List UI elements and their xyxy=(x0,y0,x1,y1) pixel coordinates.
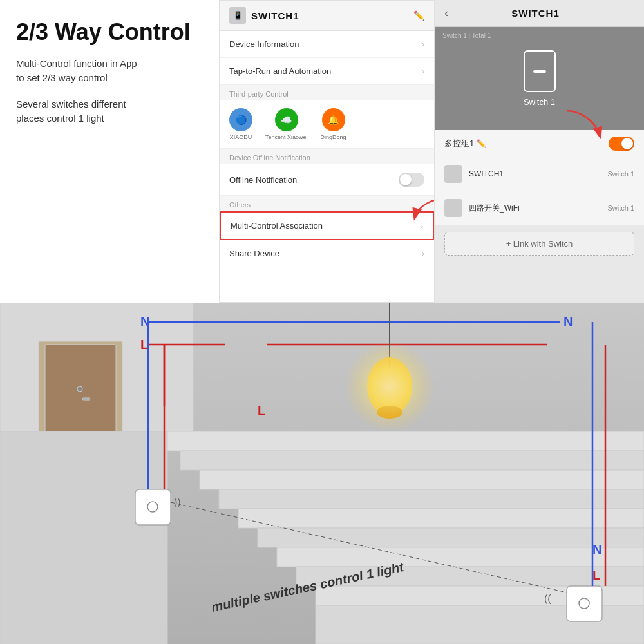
svg-text:L: L xyxy=(592,568,600,582)
device2-switch: Switch 1 xyxy=(607,204,634,212)
tencent-icon: ☁️ xyxy=(275,108,298,131)
svg-text:L: L xyxy=(140,337,148,352)
middle-device-name: SWITCH1 xyxy=(251,10,299,21)
device2-name: 四路开关_WiFi xyxy=(469,203,520,214)
left-panel: 2/3 Way Control Multi-Control function i… xyxy=(0,0,219,303)
right-list-item-2[interactable]: 四路开关_WiFi Switch 1 xyxy=(435,191,644,225)
main-title: 2/3 Way Control xyxy=(16,19,203,45)
edit-icon[interactable]: ✏️ xyxy=(413,10,424,21)
right-device-name: SWITCH1 xyxy=(511,8,560,19)
device-preview: Switch 1 | Total 1 Switch 1 xyxy=(435,27,644,130)
svg-text:((: (( xyxy=(544,593,551,604)
red-arrow-indicator xyxy=(408,192,435,231)
phone-header: 📱 SWITCH1 ✏️ xyxy=(220,1,434,31)
small-subtitle: Switch 1 | Total 1 xyxy=(442,32,491,39)
svg-text:N: N xyxy=(564,314,573,328)
right-list-left-1: SWITCH1 xyxy=(444,165,504,183)
menu-item-tap-run-label: Tap-to-Run and Automation xyxy=(229,66,331,76)
third-party-xiaodu[interactable]: 🔵 XIAODU xyxy=(229,108,252,140)
svg-rect-7 xyxy=(180,451,644,470)
right-list-left-2: 四路开关_WiFi xyxy=(444,199,520,217)
menu-list: Device Information › Tap-to-Run and Auto… xyxy=(220,31,434,302)
device-thumb-1 xyxy=(444,165,462,183)
svg-text:L: L xyxy=(258,404,265,418)
svg-rect-4 xyxy=(77,386,82,392)
svg-rect-5 xyxy=(82,398,90,400)
menu-item-tap-run[interactable]: Tap-to-Run and Automation › xyxy=(220,58,434,85)
svg-rect-9 xyxy=(219,489,644,509)
subtitle1: Multi-Control function in Appto set 2/3 … xyxy=(16,57,203,86)
share-device-label: Share Device xyxy=(229,249,279,258)
offline-toggle[interactable] xyxy=(399,173,424,187)
red-arrow-toggle xyxy=(560,108,605,143)
offline-toggle-label: Offline Notification xyxy=(229,175,297,185)
third-party-dingdong[interactable]: 🔔 DingDong xyxy=(321,108,346,140)
right-header: ‹ SWITCH1 xyxy=(435,0,644,27)
device-thumb-2 xyxy=(444,199,462,217)
svg-rect-27 xyxy=(135,489,171,525)
multi-control-label: Multi-Control Association xyxy=(231,221,323,231)
device1-switch: Switch 1 xyxy=(607,170,634,178)
subtitle2: Several switches differentplaces control… xyxy=(16,97,203,126)
third-party-tencent[interactable]: ☁️ Tencent Xiaowei xyxy=(265,108,308,140)
multi-control-item[interactable]: Multi-Control Association › xyxy=(220,211,434,240)
svg-rect-12 xyxy=(277,547,644,567)
staircase-diagram: N N L L )) N L xyxy=(0,303,644,644)
arrow-icon-2: › xyxy=(422,67,424,76)
arrow-icon-4: › xyxy=(422,249,424,258)
right-panel: ‹ SWITCH1 Switch 1 | Total 1 Switch 1 多控… xyxy=(435,0,644,303)
dingdong-icon: 🔔 xyxy=(322,108,345,131)
xiaodu-icon: 🔵 xyxy=(229,108,252,131)
svg-point-35 xyxy=(345,341,435,431)
tencent-label: Tencent Xiaowei xyxy=(265,134,308,140)
multi-control-group-label: 多控组1 xyxy=(444,138,474,149)
device1-name: SWITCH1 xyxy=(469,169,504,178)
svg-rect-8 xyxy=(200,470,644,489)
menu-item-device-info-label: Device Information xyxy=(229,39,299,49)
multi-control-section: 多控组1 ✏️ xyxy=(435,130,644,157)
switch-label: Switch 1 xyxy=(524,97,555,107)
dingdong-label: DingDong xyxy=(321,134,346,140)
svg-rect-11 xyxy=(258,528,644,547)
xiaodu-label: XIAODU xyxy=(230,134,252,140)
offline-toggle-row: Offline Notification xyxy=(220,164,434,196)
third-party-header: Third-party Control xyxy=(220,85,434,100)
others-header: Others xyxy=(220,196,434,211)
link-button-label: + Link with Switch xyxy=(506,239,573,249)
bottom-section: N N L L )) N L xyxy=(0,303,644,644)
svg-rect-38 xyxy=(567,586,602,621)
multi-control-toggle[interactable] xyxy=(609,137,634,151)
right-list-item-1[interactable]: SWITCH1 Switch 1 xyxy=(435,157,644,191)
offline-header: Device Offline Notification xyxy=(220,149,434,164)
multi-control-edit-icon[interactable]: ✏️ xyxy=(477,139,486,148)
menu-item-device-info[interactable]: Device Information › xyxy=(220,31,434,58)
share-device-item[interactable]: Share Device › xyxy=(220,240,434,267)
arrow-icon-1: › xyxy=(422,40,424,49)
svg-rect-6 xyxy=(161,431,644,451)
svg-text:N: N xyxy=(592,542,601,556)
middle-panel: 📱 SWITCH1 ✏️ Device Information › Tap-to… xyxy=(219,0,435,303)
third-party-row: 🔵 XIAODU ☁️ Tencent Xiaowei 🔔 DingDong xyxy=(220,100,434,149)
back-button[interactable]: ‹ xyxy=(444,6,448,20)
svg-rect-10 xyxy=(238,509,644,528)
svg-text:)): )) xyxy=(174,497,181,507)
svg-rect-16 xyxy=(0,431,167,644)
link-with-switch-button[interactable]: + Link with Switch xyxy=(444,232,634,256)
switch-device-icon xyxy=(524,50,556,92)
